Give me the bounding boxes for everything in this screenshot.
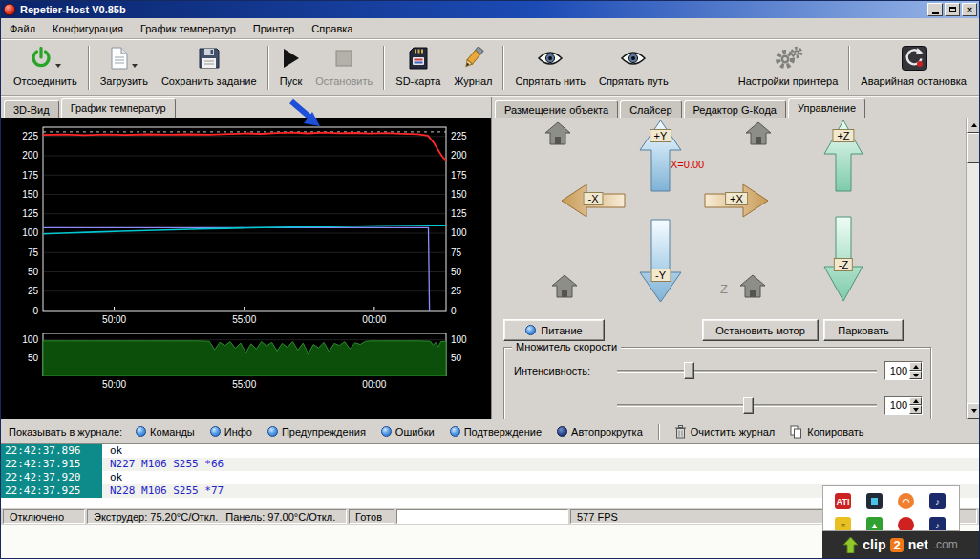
tray-icon-orange[interactable]: ◠ [898,493,914,509]
jog-plus-x-button[interactable]: +X [704,183,769,219]
jog-minus-y-button[interactable]: -Y [639,219,682,303]
output-chart: 505010010050:0055:0000:00 [1,330,491,393]
tray-icon-ati[interactable]: ATI [835,493,851,509]
toolbar-stop-button[interactable]: Остановить [309,43,379,89]
upload-arrow-icon [843,537,858,553]
svg-text:50:00: 50:00 [102,379,126,390]
svg-text:175: 175 [451,170,467,181]
tab-temp-graph[interactable]: График температур [61,98,176,118]
play-icon [281,47,300,72]
axis-label-minus-z: -Z [834,258,853,271]
park-button[interactable]: Парковать [823,319,904,341]
tab-3d-view[interactable]: 3D-Вид [4,100,59,118]
home-z-button[interactable] [739,274,766,299]
slider-thumb[interactable] [743,397,754,414]
toggle-info[interactable]: Инфо [202,423,260,441]
control-scrollbar[interactable] [966,118,980,419]
axis-label-plus-x: +X [725,192,748,205]
restore-icon [949,7,956,12]
home-y-button[interactable] [745,121,772,146]
toolbar-load-button[interactable]: Загрузить [94,43,155,89]
led-icon [381,426,392,437]
gears-icon [773,45,803,74]
toggle-autoscroll[interactable]: Автопрокрутка [549,423,650,441]
close-button[interactable]: × [962,3,977,16]
stop-motor-button[interactable]: Остановить мотор [702,319,819,341]
tray-icon-note2[interactable]: ♪ [929,517,946,531]
printer-state: Готов [349,509,394,524]
tab-object-placement[interactable]: Размещение объекта [495,100,618,118]
minimize-button[interactable] [927,3,943,16]
clear-log-button[interactable]: Очистить журнал [668,422,783,441]
spin-down-icon[interactable] [909,371,922,379]
restore-button[interactable] [945,3,960,16]
home-icon [551,274,578,299]
toolbar: Отсоединить Загрузить Сохранить задание … [1,39,979,97]
menu-file[interactable]: Файл [1,20,44,37]
spin-up-icon[interactable] [909,397,922,405]
led-icon [210,426,221,437]
home-x-button[interactable] [544,121,571,146]
log-timestamp: 22:42:37.925 [1,484,102,498]
toolbar-printer-settings-button[interactable]: Настройки принтера [732,43,845,89]
svg-text:100: 100 [22,227,38,238]
home-icon [745,121,772,146]
svg-text:50: 50 [451,267,462,277]
toggle-ack[interactable]: Подтверждение [442,423,549,441]
jog-plus-y-button[interactable]: +Y [639,119,682,192]
tab-gcode-editor[interactable]: Редактор G-Кода [684,100,786,118]
toolbar-start-button[interactable]: Пуск [273,43,309,89]
svg-text:0: 0 [451,306,457,316]
jog-minus-x-button[interactable]: -X [561,183,626,219]
slider-thumb[interactable] [684,362,694,379]
intensity-slider[interactable] [617,361,877,380]
tab-control[interactable]: Управление [788,98,865,118]
led-icon [557,426,567,437]
scrollbar-thumb[interactable] [967,133,980,163]
titlebar: Repetier-Host V0.85b × [1,1,979,18]
scroll-down-icon[interactable] [967,403,980,419]
flow-spinner[interactable]: 100 [884,396,923,415]
axis-label-minus-x: -X [584,192,604,205]
minimize-icon [932,12,939,14]
log-message: ok [102,444,122,458]
tray-icon-dark[interactable] [866,493,883,509]
scroll-up-icon[interactable] [967,118,980,133]
chevron-down-icon[interactable] [55,64,61,68]
copy-button[interactable]: Копировать [782,422,871,441]
tray-icon-green[interactable]: ▲ [866,517,883,531]
tray-icon-note[interactable]: ♪ [929,493,946,509]
toolbar-emergency-stop-button[interactable]: Аварийная остановка [854,43,973,89]
spin-down-icon[interactable] [909,405,922,414]
jog-plus-z-button[interactable]: +Z [823,119,863,192]
toggle-warnings[interactable]: Предупреждения [260,423,373,441]
flow-slider[interactable] [617,396,877,415]
svg-text:50: 50 [28,353,39,363]
svg-text:200: 200 [22,150,38,161]
menu-configuration[interactable]: Конфигурация [44,20,132,37]
menu-help[interactable]: Справка [303,20,361,37]
jog-minus-z-button[interactable]: -Z [823,216,863,302]
toolbar-hide-filament-button[interactable]: Спрятать нить [508,43,591,89]
toolbar-hide-travel-button[interactable]: Спрятать путь [592,43,675,89]
svg-text:0: 0 [32,306,38,316]
power-button[interactable]: Питание [503,319,605,341]
toolbar-log-button[interactable]: Журнал [447,43,499,89]
home-all-button[interactable] [551,274,578,299]
spin-up-icon[interactable] [909,362,922,371]
svg-text:55:00: 55:00 [232,314,256,325]
toolbar-disconnect-button[interactable]: Отсоединить [7,43,84,89]
svg-text:75: 75 [451,247,462,258]
tray-icon-red[interactable] [898,517,914,531]
chevron-down-icon[interactable] [132,64,138,68]
toggle-errors[interactable]: Ошибки [373,423,442,441]
left-panel: 3D-Вид График температур 002525505075751… [1,97,491,419]
toolbar-save-job-button[interactable]: Сохранить задание [155,43,264,89]
menu-temperature-graph[interactable]: График температур [132,20,245,37]
tray-icon-yellow[interactable]: ≡ [835,517,851,531]
menu-printer[interactable]: Принтер [245,20,303,37]
toolbar-sd-card-button[interactable]: SD-карта [389,43,447,89]
tab-slicer[interactable]: Слайсер [620,100,681,118]
intensity-spinner[interactable]: 100 [884,361,923,380]
toggle-commands[interactable]: Команды [128,423,202,441]
